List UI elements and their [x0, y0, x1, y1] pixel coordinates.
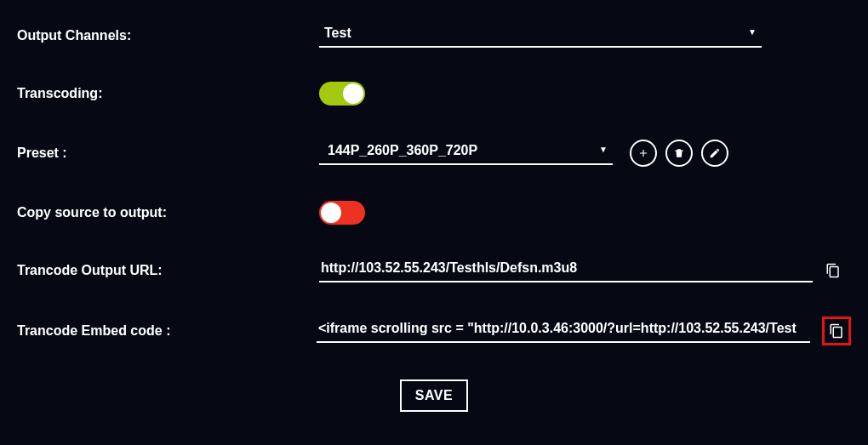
label-preset: Preset : [17, 145, 319, 161]
row-preset: Preset : 144P_260P_360P_720P ▼ [17, 140, 851, 167]
control-transcode-embed [317, 317, 851, 345]
row-save: SAVE [17, 379, 851, 412]
output-channel-select-wrap: Test ▼ [319, 24, 762, 48]
row-transcoding: Transcoding: [17, 82, 851, 106]
trash-icon [673, 147, 685, 159]
edit-preset-button[interactable] [701, 140, 728, 167]
copy-embed-button[interactable] [828, 322, 845, 339]
copy-url-button[interactable] [825, 262, 842, 279]
label-copy-source: Copy source to output: [17, 205, 319, 220]
save-button[interactable]: SAVE [400, 379, 468, 412]
label-transcode-embed: Trancode Embed code : [17, 323, 317, 339]
copy-embed-highlight [822, 317, 851, 345]
toggle-knob [343, 83, 363, 104]
transcoding-toggle[interactable] [319, 82, 365, 106]
row-output-channels: Output Channels: Test ▼ [17, 24, 851, 48]
toggle-knob [321, 203, 341, 223]
pencil-icon [709, 147, 721, 159]
control-output-channels: Test ▼ [319, 24, 851, 48]
control-preset: 144P_260P_360P_720P ▼ [319, 140, 851, 167]
row-transcode-embed: Trancode Embed code : [17, 317, 851, 345]
copy-icon [825, 263, 841, 278]
copy-icon [829, 323, 844, 339]
copy-source-toggle[interactable] [319, 201, 365, 225]
transcode-embed-input[interactable] [317, 319, 810, 343]
preset-icon-buttons [630, 140, 728, 167]
add-preset-button[interactable] [630, 140, 657, 167]
plus-icon [637, 147, 649, 159]
delete-preset-button[interactable] [665, 140, 693, 167]
control-copy-source [319, 201, 851, 225]
label-transcoding: Transcoding: [17, 86, 319, 101]
preset-select[interactable]: 144P_260P_360P_720P [319, 141, 613, 165]
control-transcode-url [319, 259, 851, 282]
preset-select-wrap: 144P_260P_360P_720P ▼ [319, 141, 613, 165]
row-transcode-url: Trancode Output URL: [17, 259, 851, 282]
label-transcode-url: Trancode Output URL: [17, 263, 319, 278]
label-output-channels: Output Channels: [17, 28, 319, 43]
row-copy-source: Copy source to output: [17, 201, 851, 225]
output-channel-select[interactable]: Test [319, 24, 762, 48]
transcode-url-input[interactable] [319, 259, 813, 282]
control-transcoding [319, 82, 851, 106]
